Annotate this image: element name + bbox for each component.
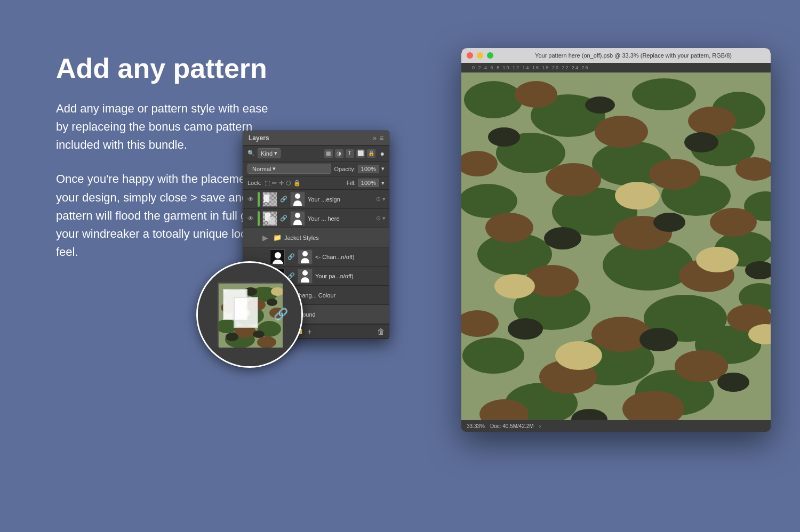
layer-chan-thumb: [270, 249, 285, 264]
svg-point-27: [546, 163, 601, 196]
camo-pattern-svg: [461, 72, 771, 420]
layer-row-2[interactable]: 👁 🔗 Your ... here ⊙ ▾: [243, 209, 389, 228]
fill-chevron-icon: ▾: [381, 180, 385, 187]
svg-point-18: [462, 337, 524, 374]
ps-title-text: Your pattern here (on_off).psb @ 33.3% (…: [501, 52, 765, 59]
layer-1-color-tag: [258, 192, 260, 207]
filter-smart-icon[interactable]: 🔒: [367, 149, 375, 158]
layer-chan-name: <- Chan...n/off): [315, 254, 386, 260]
layer-jacket-eye-icon[interactable]: 👁: [246, 233, 255, 242]
layer-2-link-icon: 🔗: [280, 215, 287, 222]
ps-ruler: 0 2 4 6 8 10 12 14 16 18 20 22 24 26: [461, 63, 771, 72]
delete-layer-icon[interactable]: 🗑: [377, 327, 385, 336]
svg-point-90: [226, 333, 238, 341]
layer-1-smart-icon: ⊙: [376, 196, 381, 203]
svg-rect-66: [268, 217, 275, 224]
layer-row-jacket-styles[interactable]: 👁 ▶ 📁 Jacket Styles: [243, 228, 389, 247]
layers-panel-icons: » ≡: [373, 134, 383, 142]
search-icon: 🔍: [247, 150, 255, 157]
layers-panel-title: Layers: [249, 134, 269, 142]
filter-shape-icon[interactable]: ⬜: [356, 149, 365, 158]
layer-2-thumb: [262, 211, 277, 226]
maximize-button[interactable]: [487, 52, 493, 59]
magnify-inner: 🔗: [198, 263, 301, 366]
page-title: Add any pattern: [56, 53, 280, 84]
blend-mode-dropdown[interactable]: Normal ▾: [247, 164, 331, 174]
ps-statusbar: 33.33% Doc: 40.5M/42.2M ›: [461, 420, 771, 432]
svg-point-45: [544, 227, 581, 249]
layer-2-icons-right: ⊙ ▾: [376, 215, 386, 222]
chevron-down-icon: ▾: [274, 150, 277, 157]
layers-lock-row: Lock: ⬚ ✏ ✛ ⬡ 🔒 Fill: 100% ▾: [243, 176, 389, 190]
lock-brush-icon[interactable]: ✏: [272, 180, 277, 187]
svg-point-1: [464, 81, 523, 118]
svg-point-28: [649, 159, 700, 190]
opacity-row: Opacity: 100% ▾: [334, 165, 385, 173]
svg-point-70: [302, 251, 308, 256]
layer-1-link-icon: 🔗: [280, 196, 287, 203]
svg-point-43: [585, 96, 615, 114]
ruler-marks: 0 2 4 6 8 10 12 14 16 18 20 22 24 26: [472, 65, 589, 70]
filter-pixel-icon[interactable]: ▦: [324, 149, 333, 158]
fill-row: Fill: 100% ▾: [347, 179, 385, 187]
layer-1-eye-icon[interactable]: 👁: [246, 195, 255, 204]
new-layer-icon[interactable]: +: [307, 327, 311, 336]
svg-point-69: [275, 252, 281, 259]
layers-menu-icon[interactable]: ≡: [380, 134, 383, 142]
ps-doc-size: Doc: 40.5M/42.2M: [490, 423, 534, 429]
svg-point-44: [684, 132, 718, 152]
filter-kind-dropdown[interactable]: Kind ▾: [258, 148, 281, 158]
svg-point-48: [508, 318, 543, 340]
layer-jacket-name: Jacket Styles: [284, 235, 386, 241]
layer-1-thumb: [262, 192, 277, 207]
layer-jacket-folder-icon: 📁: [273, 233, 282, 241]
photoshop-window: Your pattern here (on_off).psb @ 33.3% (…: [461, 48, 771, 432]
layer-2-eye-icon[interactable]: 👁: [246, 214, 255, 223]
svg-point-42: [488, 127, 520, 147]
ps-canvas: [461, 72, 771, 420]
svg-point-3: [632, 78, 696, 110]
layer-colour-name: <- Chang... Colour: [287, 292, 386, 299]
layers-filter-bar: 🔍 Kind ▾ ▦ ◑ T ⬜ 🔒 ●: [243, 146, 389, 162]
layer-chan-eye-icon[interactable]: 👁: [254, 253, 262, 261]
layer-jacket-triangle-icon[interactable]: ▶: [262, 233, 268, 242]
svg-point-46: [653, 213, 685, 232]
blend-chevron-icon: ▾: [273, 165, 276, 172]
svg-point-61: [295, 194, 300, 199]
lock-checkered-icon[interactable]: ⬚: [265, 180, 270, 187]
opacity-label: Opacity:: [334, 166, 356, 172]
svg-point-54: [696, 247, 739, 272]
lock-padlock-icon[interactable]: 🔒: [293, 180, 301, 187]
layers-double-arrow-icon[interactable]: »: [373, 134, 377, 142]
opacity-chevron-icon: ▾: [381, 165, 385, 172]
filter-type-icon[interactable]: T: [346, 149, 354, 158]
svg-point-52: [615, 182, 660, 209]
layer-chan-mask: [298, 249, 313, 264]
layer-1-expand-icon[interactable]: ▾: [382, 196, 386, 203]
layer-yourpa-name: Your pa...n/off): [315, 273, 386, 279]
close-button[interactable]: [467, 52, 473, 59]
svg-rect-60: [264, 195, 269, 202]
svg-point-32: [710, 208, 757, 237]
svg-point-50: [717, 373, 749, 392]
opacity-value[interactable]: 100%: [358, 165, 379, 173]
filter-adjust-icon[interactable]: ◑: [335, 149, 343, 158]
svg-point-23: [515, 81, 557, 108]
layer-1-name: Your ...esign: [308, 196, 373, 203]
fill-value[interactable]: 100%: [358, 179, 379, 187]
lock-artboard-icon[interactable]: ⬡: [286, 180, 291, 187]
layer-1-icons-right: ⊙ ▾: [376, 196, 386, 203]
lock-label: Lock:: [247, 180, 261, 186]
filter-toggle-icon[interactable]: ●: [380, 149, 385, 158]
minimize-button[interactable]: [477, 52, 483, 59]
svg-point-53: [494, 274, 535, 299]
lock-move-icon[interactable]: ✛: [279, 180, 284, 187]
layer-jacket-color-tag: [258, 230, 260, 245]
ps-zoom: 33.33%: [467, 423, 485, 429]
svg-point-24: [595, 116, 648, 148]
layer-2-expand-icon[interactable]: ▾: [382, 215, 386, 222]
layer-row-1[interactable]: 👁 🔗 Your ...esign ⊙ ▾: [243, 190, 389, 209]
layer-2-smart-icon: ⊙: [376, 215, 381, 222]
svg-point-25: [688, 107, 736, 135]
layers-blend-row: Normal ▾ Opacity: 100% ▾: [243, 162, 389, 176]
